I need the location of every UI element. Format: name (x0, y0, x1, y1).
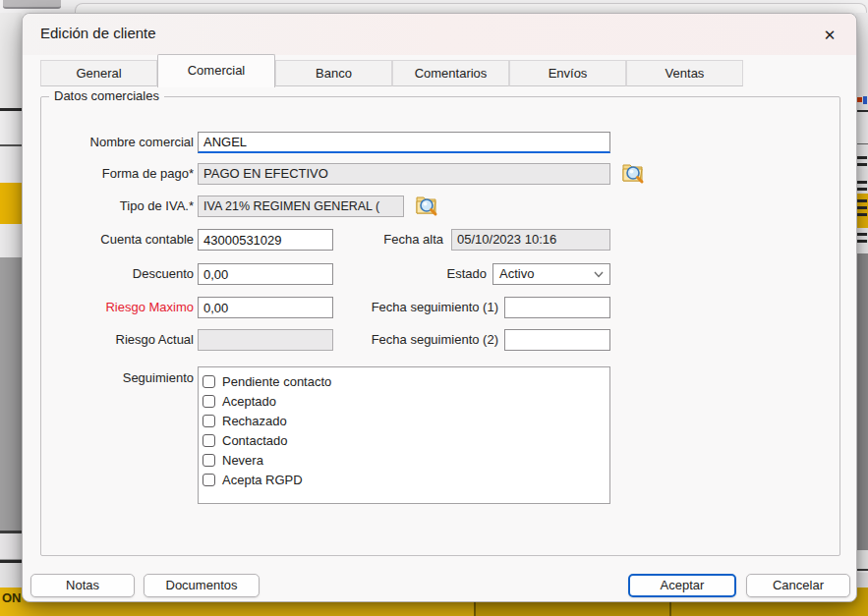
background-highlight-row (0, 183, 22, 224)
seguimiento-option-label: Pendiente contacto (222, 374, 331, 389)
background-icon-fragment (857, 97, 862, 102)
nombre-comercial-label: Nombre comercial (23, 132, 194, 153)
dialog-titlebar[interactable]: Edición de cliente ✕ (23, 14, 856, 55)
cuenta-contable-label: Cuenta contable (23, 229, 194, 251)
seguimiento-option-label: Contactado (222, 433, 288, 448)
fecha-seguimiento-2-input[interactable] (504, 329, 610, 351)
background-text-fragment: ON (2, 590, 22, 605)
checkbox-icon[interactable] (203, 415, 215, 427)
seguimiento-option-label: Acepta RGPD (222, 473, 303, 487)
notas-button[interactable]: Notas (30, 574, 135, 597)
checkbox-icon[interactable] (203, 434, 215, 447)
background-panel-fragment (75, 3, 867, 13)
aceptar-button[interactable]: Aceptar (628, 574, 736, 597)
chevron-down-icon (594, 271, 604, 278)
tab-envios[interactable]: Envíos (509, 60, 626, 86)
cancelar-button[interactable]: Cancelar (746, 574, 850, 597)
seguimiento-option-label: Aceptado (222, 394, 276, 409)
tab-comentarios[interactable]: Comentarios (392, 60, 509, 86)
forma-de-pago-field: PAGO EN EFECTIVO (198, 163, 610, 185)
fecha-seguimiento-1-label: Fecha seguimiento (1) (219, 297, 498, 318)
tab-comercial[interactable]: Comercial (157, 54, 275, 87)
estado-select[interactable]: Activo (492, 263, 610, 285)
riesgo-maximo-label: Riesgo Maximo (23, 297, 194, 318)
background-highlight-row (856, 194, 868, 228)
tab-ventas[interactable]: Ventas (626, 60, 743, 86)
seguimiento-option-pendiente-contacto[interactable]: Pendiente contacto (203, 371, 609, 391)
descuento-label: Descuento (23, 263, 194, 285)
tab-general[interactable]: General (40, 60, 157, 86)
estado-selected-value: Activo (499, 266, 534, 281)
fecha-alta-label: Fecha alta (219, 229, 443, 251)
checkbox-icon[interactable] (203, 474, 215, 486)
seguimiento-listbox: Pendiente contacto Aceptado Rechazado Co… (198, 366, 610, 504)
close-icon[interactable]: ✕ (817, 23, 842, 48)
fecha-seguimiento-1-input[interactable] (504, 297, 610, 318)
riesgo-actual-label: Riesgo Actual (23, 329, 194, 351)
seguimiento-option-label: Rechazado (222, 414, 287, 428)
fecha-seguimiento-2-label: Fecha seguimiento (2) (219, 329, 498, 351)
documentos-button[interactable]: Documentos (144, 574, 260, 597)
tipo-de-iva-field: IVA 21% REGIMEN GENERAL ( (198, 196, 404, 217)
tipo-de-iva-search-folder-icon[interactable] (415, 194, 441, 217)
fecha-alta-field: 05/10/2023 10:16 (451, 229, 610, 251)
tab-banco[interactable]: Banco (275, 60, 392, 86)
checkbox-icon[interactable] (203, 375, 215, 388)
seguimiento-option-acepta-rgpd[interactable]: Acepta RGPD (203, 470, 609, 489)
estado-label: Estado (219, 263, 487, 285)
checkbox-icon[interactable] (203, 395, 215, 408)
background-icon-fragment (863, 96, 867, 104)
groupbox-title: Datos comerciales (49, 88, 164, 103)
seguimiento-option-nevera[interactable]: Nevera (203, 450, 609, 470)
background-tab-fragment (3, 0, 61, 9)
seguimiento-option-rechazado[interactable]: Rechazado (203, 411, 609, 430)
forma-de-pago-search-folder-icon[interactable] (621, 161, 648, 185)
seguimiento-label: Seguimiento (23, 367, 194, 389)
seguimiento-option-aceptado[interactable]: Aceptado (203, 391, 609, 411)
seguimiento-option-contactado[interactable]: Contactado (203, 430, 609, 450)
background-top-strip (0, 0, 868, 13)
nombre-comercial-input[interactable] (198, 132, 610, 153)
forma-de-pago-label: Forma de pago* (23, 163, 194, 185)
dialog-title: Edición de cliente (40, 25, 156, 41)
edit-client-dialog: Edición de cliente ✕ General Comercial B… (22, 13, 857, 602)
tipo-de-iva-label: Tipo de IVA.* (23, 196, 194, 217)
checkbox-icon[interactable] (203, 454, 215, 467)
seguimiento-option-label: Nevera (222, 453, 263, 468)
